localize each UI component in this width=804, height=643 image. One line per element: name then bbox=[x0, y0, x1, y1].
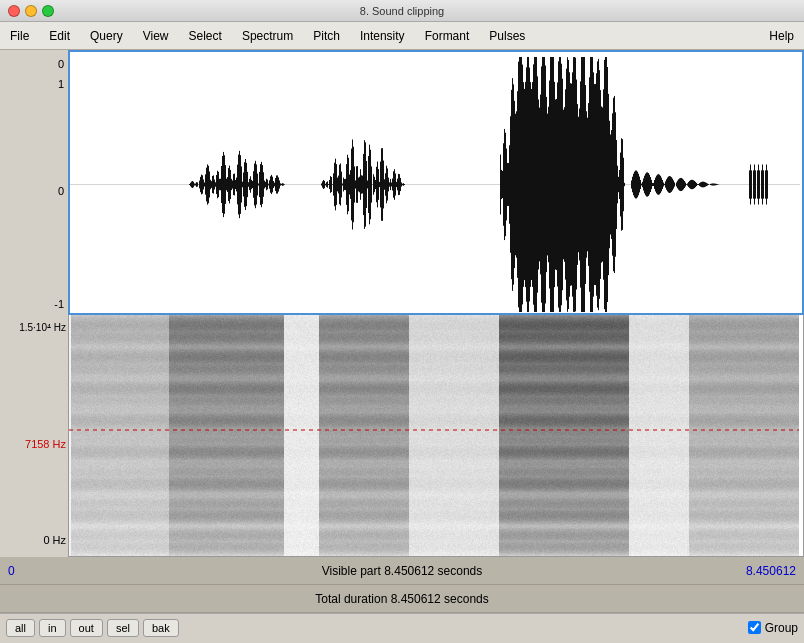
maximize-button[interactable] bbox=[42, 5, 54, 17]
menu-edit[interactable]: Edit bbox=[39, 22, 80, 49]
group-label[interactable]: Group bbox=[765, 621, 798, 635]
status-area: 0 Visible part 8.450612 seconds 8.450612… bbox=[0, 557, 804, 613]
wave-label-zero-mid: 0 bbox=[58, 185, 64, 197]
out-button[interactable]: out bbox=[70, 619, 103, 637]
bottom-bar: all in out sel bak Group bbox=[0, 613, 804, 641]
all-button[interactable]: all bbox=[6, 619, 35, 637]
y-axis-labels: 0 1 0 -1 1.5·10⁴ Hz 7158 Hz 0 Hz bbox=[0, 50, 68, 557]
visible-part-row: 0 Visible part 8.450612 seconds 8.450612 bbox=[0, 557, 804, 585]
time-start: 0 bbox=[8, 564, 15, 578]
group-checkbox[interactable] bbox=[748, 621, 761, 634]
visualization-area: 0 1 0 -1 1.5·10⁴ Hz 7158 Hz 0 Hz bbox=[0, 50, 804, 557]
total-duration-row: Total duration 8.450612 seconds bbox=[0, 585, 804, 613]
spectrogram-canvas[interactable] bbox=[69, 315, 799, 557]
waveform-display[interactable] bbox=[68, 50, 804, 315]
spec-label-top: 1.5·10⁴ Hz bbox=[19, 322, 66, 333]
group-checkbox-area[interactable]: Group bbox=[748, 621, 798, 635]
spec-label-bot: 0 Hz bbox=[43, 534, 66, 546]
bak-button[interactable]: bak bbox=[143, 619, 179, 637]
wave-label-zero-top: 0 bbox=[58, 58, 64, 70]
menu-file[interactable]: File bbox=[0, 22, 39, 49]
minimize-button[interactable] bbox=[25, 5, 37, 17]
menu-pitch[interactable]: Pitch bbox=[303, 22, 350, 49]
time-end: 8.450612 bbox=[746, 564, 796, 578]
sel-button[interactable]: sel bbox=[107, 619, 139, 637]
close-button[interactable] bbox=[8, 5, 20, 17]
in-button[interactable]: in bbox=[39, 619, 66, 637]
spectrogram-display[interactable] bbox=[68, 315, 804, 557]
menu-select[interactable]: Select bbox=[179, 22, 232, 49]
menu-bar: File Edit Query View Select Spectrum Pit… bbox=[0, 22, 804, 50]
visible-part-label: Visible part 8.450612 seconds bbox=[322, 564, 483, 578]
title-bar: 8. Sound clipping bbox=[0, 0, 804, 22]
menu-intensity[interactable]: Intensity bbox=[350, 22, 415, 49]
wave-label-neg: -1 bbox=[54, 298, 64, 310]
menu-view[interactable]: View bbox=[133, 22, 179, 49]
menu-pulses[interactable]: Pulses bbox=[479, 22, 535, 49]
content-area bbox=[68, 50, 804, 557]
window-title: 8. Sound clipping bbox=[360, 5, 444, 17]
menu-query[interactable]: Query bbox=[80, 22, 133, 49]
window-controls[interactable] bbox=[8, 5, 54, 17]
spec-label-mid: 7158 Hz bbox=[25, 438, 66, 450]
menu-formant[interactable]: Formant bbox=[415, 22, 480, 49]
menu-help[interactable]: Help bbox=[759, 22, 804, 49]
menu-spectrum[interactable]: Spectrum bbox=[232, 22, 303, 49]
total-duration-label: Total duration 8.450612 seconds bbox=[315, 592, 488, 606]
wave-label-one: 1 bbox=[58, 78, 64, 90]
waveform-canvas[interactable] bbox=[70, 52, 800, 315]
